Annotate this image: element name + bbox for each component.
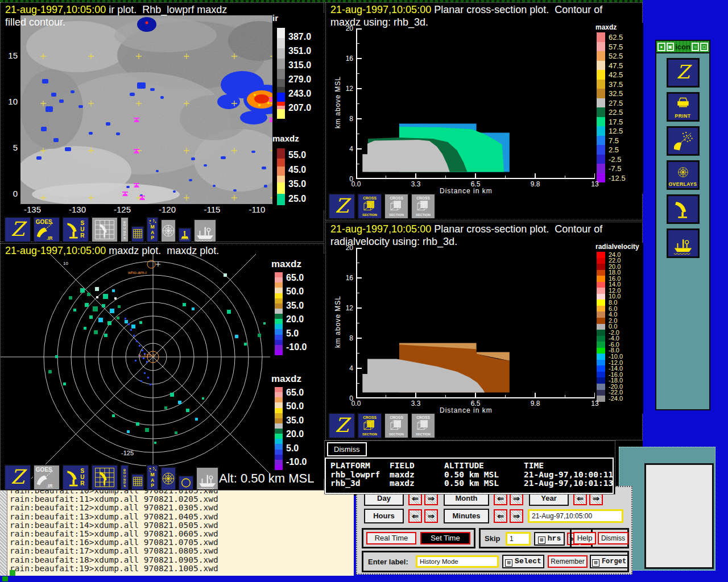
toolbar-button-z[interactable]: Z — [328, 193, 355, 219]
terminal-line: rain:beaufait:19>xdump.all 970821.1005.x… — [10, 564, 218, 573]
swatch — [597, 390, 605, 396]
skip-units-button[interactable]: ▤hrs — [534, 532, 565, 546]
hours-prev-button[interactable]: ⇐ — [408, 509, 422, 523]
minutes-next-button[interactable]: ⇒ — [510, 509, 523, 523]
x-tick-label: 9.8 — [524, 180, 547, 188]
toolbar-button-z[interactable]: Z — [4, 464, 31, 490]
icon-window-title: icon — [675, 43, 690, 51]
window-restore-icon[interactable]: ▣ — [667, 43, 675, 51]
table-cell: 21-Aug-97,10:00:11 — [524, 470, 613, 479]
toolbar-button-cross[interactable]: CROSSSECTION — [411, 193, 436, 219]
map-icon: MAP — [147, 218, 158, 242]
toolbar-button-ship[interactable] — [193, 219, 217, 243]
hours-button[interactable]: Hours — [364, 509, 404, 523]
colorbar-title: ir — [272, 13, 278, 23]
svg-text:Z: Z — [335, 414, 351, 436]
toolbar-button-sur[interactable]: SUR — [62, 464, 89, 490]
y-tick-label: 15 — [4, 51, 18, 60]
window-maximize-icon[interactable]: ◻ — [700, 43, 708, 51]
toolbar-button-ship[interactable] — [196, 467, 219, 490]
svg-text:CROSS: CROSS — [390, 415, 403, 419]
time-dismiss-button[interactable]: Dismiss — [598, 532, 628, 544]
svg-text:CROSS: CROSS — [416, 196, 430, 200]
forget-button[interactable]: ▤Forget — [590, 555, 628, 568]
xm-title: Planar cross-section plot. Contour of — [431, 4, 602, 15]
toolbar-button-buoy[interactable] — [178, 227, 192, 243]
xm-title-time: 21-aug-1997,10:05:00 — [330, 4, 431, 15]
toolbar-button-gridradar[interactable] — [91, 217, 118, 243]
toolbar-button-cross[interactable]: CROSSSECTION — [357, 413, 382, 439]
toolbar-button-cross[interactable]: CROSSSECTION — [384, 413, 409, 439]
xr-y-axis-label: km above MSL — [334, 285, 342, 359]
gridradar-icon — [92, 218, 117, 242]
sur-icon: SUR — [63, 465, 88, 489]
toolbar-button-circle[interactable] — [178, 475, 194, 490]
table-dismiss-button[interactable]: Dismiss — [327, 442, 367, 456]
table-header: PLATFORM — [330, 461, 370, 470]
swatch — [277, 182, 285, 194]
toolbar-button-map[interactable]: MAP — [146, 217, 159, 243]
help-button[interactable]: Help — [573, 532, 596, 544]
toolbar-button-bounds[interactable]: BOUNDS — [120, 217, 129, 243]
colorbar-value: 55.0 — [288, 151, 306, 160]
select-button[interactable]: ▤Select — [502, 555, 544, 568]
toolbar-button-z[interactable]: Z — [4, 217, 31, 243]
hours-next-button[interactable]: ⇒ — [424, 509, 438, 523]
icon-window-button-printer[interactable]: PRINT — [667, 92, 700, 122]
colorbar-value: 2.5 — [609, 146, 619, 154]
toolbar-button-cross[interactable]: CROSSSECTION — [357, 193, 382, 219]
svg-text:SECTION: SECTION — [389, 433, 404, 436]
svg-text:SECTION: SECTION — [362, 433, 377, 436]
toolbar-button-gridradar[interactable] — [91, 464, 118, 490]
skip-value-field[interactable]: 1 — [506, 532, 531, 546]
colorbar-value: 52.5 — [609, 52, 623, 60]
terminal-scrollbar[interactable] — [0, 490, 7, 576]
satellite-ir-image[interactable] — [20, 15, 275, 204]
colorbar-title: maxdz — [271, 373, 301, 385]
swatch — [275, 392, 283, 397]
time-display-field[interactable]: 21-Aug-97,10:05:00 — [528, 509, 623, 523]
remember-button[interactable]: Remember — [548, 555, 588, 568]
icon-window-button-radar[interactable] — [667, 194, 700, 224]
icon-window-button-polar[interactable]: OVERLAYS — [667, 160, 700, 190]
table-cell: 21-Aug-97,10:01:13 — [524, 479, 613, 488]
x-tick-label: 13 — [584, 180, 606, 188]
window-menu-icon[interactable]: ● — [657, 43, 665, 51]
toolbar-button-polar[interactable] — [160, 467, 176, 490]
toolbar-button-polar[interactable] — [160, 219, 176, 243]
toolbar-button-sur[interactable]: SUR — [62, 217, 89, 243]
minutes-prev-button[interactable]: ⇐ — [494, 509, 507, 523]
toolbar-button-z[interactable]: Z — [328, 413, 355, 439]
skip-label: Skip — [485, 534, 500, 543]
xr-title: Planar cross-section plot. Contour of — [431, 223, 602, 235]
xsec-radialvelocity-plot[interactable] — [356, 248, 595, 398]
y-tick-label: 12 — [341, 304, 353, 312]
toolbar-button-goes[interactable]: GOES.IR — [33, 217, 60, 243]
toolbar-button-bounds[interactable]: BOUNDS — [120, 464, 129, 490]
toolbar-button-grid[interactable] — [131, 226, 144, 243]
swatch — [597, 32, 605, 42]
toolbar-button-goes[interactable]: GOES.IR — [33, 464, 60, 490]
swatch — [275, 345, 283, 350]
swatch — [597, 107, 605, 117]
x-tick-label: 0.0 — [345, 400, 367, 408]
toolbar-button-map[interactable]: MAP — [146, 464, 159, 490]
colorbar-value: 27.5 — [609, 99, 623, 107]
xsec-maxdz-plot[interactable] — [356, 28, 595, 179]
terminal-window[interactable]: rain:beaufait:10>xdump.all 970821.0105.x… — [0, 490, 354, 576]
real-time-button[interactable]: Real Time — [366, 532, 416, 544]
toolbar-button-grid[interactable] — [131, 473, 144, 490]
set-time-button[interactable]: Set Time — [420, 532, 470, 544]
icon-window-titlebar[interactable]: ● ▣ icon ○ ◻ — [656, 41, 709, 53]
toolbar-button-cross[interactable]: CROSSSECTION — [384, 193, 409, 219]
y-tick-label: 10 — [4, 97, 18, 106]
icon-window-button-ship[interactable] — [667, 228, 700, 258]
icon-window-button-spray[interactable] — [667, 126, 700, 156]
window-minimize-icon[interactable]: ○ — [692, 43, 700, 51]
xr-x-axis-label: Distance in km — [440, 406, 493, 414]
icon-window-button-z[interactable]: Z — [667, 58, 700, 88]
swatch — [275, 288, 283, 293]
toolbar-button-cross[interactable]: CROSSSECTION — [411, 413, 436, 439]
label-input[interactable]: History Mode — [416, 555, 499, 568]
minutes-button[interactable]: Minutes — [444, 509, 489, 523]
